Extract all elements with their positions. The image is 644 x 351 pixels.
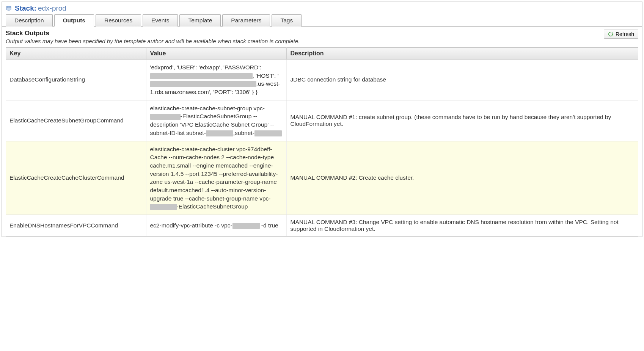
refresh-icon <box>608 31 613 37</box>
tabs: DescriptionOutputsResourcesEventsTemplat… <box>2 14 642 27</box>
table-row[interactable]: ElasticCacheCreateCacheClusterCommandela… <box>6 141 638 215</box>
refresh-label: Refresh <box>616 31 634 37</box>
output-value: elasticache-create-cache-subnet-group vp… <box>146 100 286 141</box>
section-subtitle: Output values may have been specified by… <box>6 38 300 44</box>
redacted-value <box>150 81 256 87</box>
tab-description[interactable]: Description <box>6 14 53 27</box>
redacted-value <box>254 130 282 136</box>
outputs-table: Key Value Description DatabaseConfigurat… <box>6 47 638 237</box>
table-row[interactable]: DatabaseConfigurationString'edxprod', 'U… <box>6 60 638 100</box>
stack-header: Stack: edx-prod <box>2 2 642 14</box>
outputs-content: Stack Outputs Output values may have bee… <box>2 27 642 237</box>
stack-name: edx-prod <box>38 4 66 12</box>
output-key: EnableDNSHostnamesForVPCCommand <box>6 215 146 237</box>
stack-panel: Stack: edx-prod DescriptionOutputsResour… <box>2 2 642 237</box>
output-description: JDBC connection string for database <box>286 60 638 100</box>
redacted-value <box>150 204 177 210</box>
redacted-value <box>206 130 233 136</box>
tab-resources[interactable]: Resources <box>96 14 141 27</box>
col-header-description[interactable]: Description <box>286 48 638 60</box>
tab-events[interactable]: Events <box>143 14 178 27</box>
output-value: ec2-modify-vpc-attribute -c vpc- -d true <box>146 215 286 237</box>
section-titles: Stack Outputs Output values may have bee… <box>6 30 300 47</box>
redacted-value <box>150 114 181 120</box>
tab-outputs[interactable]: Outputs <box>54 14 94 27</box>
col-header-key[interactable]: Key <box>6 48 146 60</box>
redacted-value <box>150 73 253 79</box>
col-header-value[interactable]: Value <box>146 48 286 60</box>
tab-template[interactable]: Template <box>179 14 221 27</box>
stack-icon <box>6 5 12 11</box>
output-description: MANUAL COMMAND #1: create subnet group. … <box>286 100 638 141</box>
section-title: Stack Outputs <box>6 30 300 37</box>
table-header-row: Key Value Description <box>6 48 638 60</box>
stack-label: Stack: edx-prod <box>15 4 66 13</box>
output-value: 'edxprod', 'USER': 'edxapp', 'PASSWORD':… <box>146 60 286 100</box>
table-row[interactable]: EnableDNSHostnamesForVPCCommandec2-modif… <box>6 215 638 237</box>
section-header-row: Stack Outputs Output values may have bee… <box>6 30 638 47</box>
output-key: DatabaseConfigurationString <box>6 60 146 100</box>
table-row[interactable]: ElasticCacheCreateSubnetGroupCommandelas… <box>6 100 638 141</box>
output-value: elasticache-create-cache-cluster vpc-974… <box>146 141 286 215</box>
output-key: ElasticCacheCreateSubnetGroupCommand <box>6 100 146 141</box>
tab-tags[interactable]: Tags <box>272 14 302 27</box>
output-description: MANUAL COMMAND #2: Create cache cluster. <box>286 141 638 215</box>
tab-parameters[interactable]: Parameters <box>222 14 270 27</box>
output-description: MANUAL COMMAND #3: Change VPC setting to… <box>286 215 638 237</box>
stack-label-text: Stack: <box>15 4 36 12</box>
refresh-button[interactable]: Refresh <box>604 30 638 39</box>
output-key: ElasticCacheCreateCacheClusterCommand <box>6 141 146 215</box>
redacted-value <box>232 223 260 229</box>
